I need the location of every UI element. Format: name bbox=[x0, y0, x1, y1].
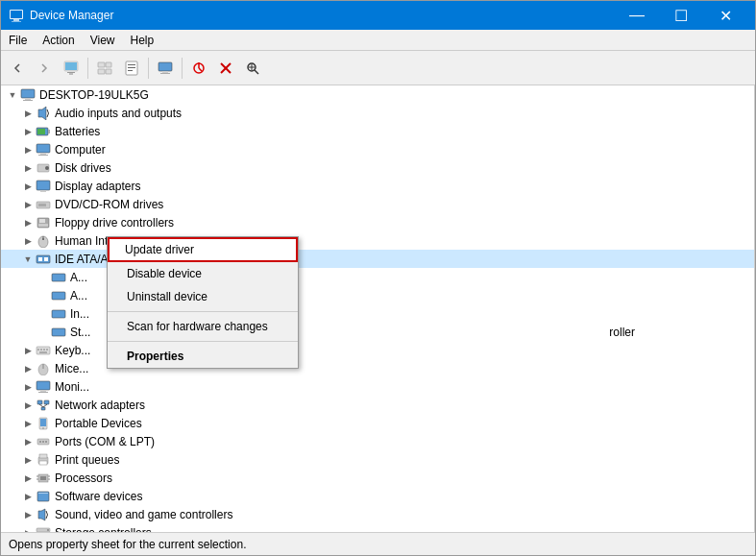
tree-item-sound[interactable]: ▶ Sound, video and game controllers bbox=[1, 505, 754, 523]
toolbar-scan-button[interactable] bbox=[240, 56, 265, 81]
disk-expand[interactable]: ▶ bbox=[20, 160, 36, 176]
tree-item-processors[interactable]: ▶ Processors bbox=[1, 469, 754, 487]
tree-item-ports[interactable]: ▶ Ports (COM & LPT) bbox=[1, 432, 754, 450]
svg-rect-56 bbox=[52, 328, 65, 336]
root-expand[interactable]: ▼ bbox=[5, 87, 20, 103]
keyboards-expand[interactable]: ▶ bbox=[20, 343, 36, 358]
menu-help[interactable]: Help bbox=[123, 30, 162, 50]
menu-action[interactable]: Action bbox=[35, 30, 82, 50]
menu-bar: File Action View Help bbox=[1, 30, 755, 51]
toolbar-properties-button[interactable] bbox=[119, 56, 144, 81]
tree-item-disk[interactable]: ▶ Disk drives bbox=[1, 158, 754, 177]
svg-rect-58 bbox=[37, 349, 39, 351]
hid-icon bbox=[36, 233, 51, 249]
toolbar-uninstall-button[interactable] bbox=[213, 56, 238, 81]
audio-expand[interactable]: ▶ bbox=[20, 106, 36, 121]
dvd-expand[interactable]: ▶ bbox=[20, 197, 36, 212]
tree-item-audio[interactable]: ▶ Audio inputs and outputs bbox=[1, 104, 754, 122]
svg-rect-34 bbox=[37, 129, 45, 134]
svg-line-21 bbox=[199, 68, 202, 71]
toolbar-up-button[interactable] bbox=[59, 56, 84, 81]
svg-rect-9 bbox=[106, 62, 111, 67]
svg-rect-10 bbox=[98, 69, 105, 74]
hid-expand[interactable]: ▶ bbox=[20, 233, 36, 249]
storage-expand[interactable]: ▶ bbox=[20, 525, 36, 533]
ports-icon bbox=[36, 434, 51, 449]
toolbar-computer-button[interactable] bbox=[153, 56, 178, 81]
menu-view[interactable]: View bbox=[83, 30, 123, 50]
window-controls: — ☐ ✕ bbox=[615, 1, 747, 30]
svg-line-25 bbox=[255, 70, 258, 74]
controller-suffix: roller bbox=[609, 326, 639, 339]
tree-item-network[interactable]: ▶ Network adapters bbox=[1, 396, 754, 414]
context-menu-uninstall-device[interactable]: Uninstall device bbox=[108, 285, 298, 308]
tree-item-dvd[interactable]: ▶ DVD/CD-ROM drives bbox=[1, 195, 754, 213]
toolbar-show-button[interactable] bbox=[92, 56, 117, 81]
svg-rect-3 bbox=[12, 21, 21, 22]
svg-rect-16 bbox=[159, 62, 172, 71]
tree-item-portable[interactable]: ▶ Portable Devices bbox=[1, 414, 754, 432]
ide-child4-label: St... bbox=[70, 326, 90, 339]
svg-rect-28 bbox=[21, 89, 35, 98]
svg-point-94 bbox=[47, 529, 49, 531]
software-expand[interactable]: ▶ bbox=[20, 489, 36, 504]
svg-rect-46 bbox=[38, 224, 48, 227]
tree-root[interactable]: ▼ DESKTOP-19ULK5G bbox=[1, 85, 754, 104]
sound-expand[interactable]: ▶ bbox=[20, 507, 36, 522]
toolbar-separator-1 bbox=[87, 58, 88, 79]
keyboard-icon bbox=[36, 343, 51, 358]
context-menu-disable-device[interactable]: Disable device bbox=[108, 262, 298, 285]
maximize-button[interactable]: ☐ bbox=[659, 1, 703, 30]
computer-expand[interactable]: ▶ bbox=[20, 142, 36, 157]
svg-rect-69 bbox=[44, 400, 49, 404]
computer-icon bbox=[158, 60, 173, 76]
keyboards-label: Keyb... bbox=[55, 344, 90, 357]
display-label: Display adapters bbox=[55, 180, 140, 193]
ide-device4-icon bbox=[51, 325, 66, 340]
toolbar-forward-button[interactable] bbox=[32, 56, 57, 81]
svg-rect-61 bbox=[46, 349, 48, 351]
disk-icon bbox=[36, 160, 51, 176]
network-expand[interactable]: ▶ bbox=[20, 398, 36, 413]
tree-item-monitors[interactable]: ▶ Moni... bbox=[1, 377, 754, 396]
print-expand[interactable]: ▶ bbox=[20, 452, 36, 468]
toolbar-update-button[interactable] bbox=[186, 56, 211, 81]
batteries-expand[interactable]: ▶ bbox=[20, 124, 36, 139]
minimize-button[interactable]: — bbox=[615, 1, 659, 30]
tree-item-software[interactable]: ▶ Software devices bbox=[1, 487, 754, 505]
tree-item-batteries[interactable]: ▶ Batteries bbox=[1, 122, 754, 140]
ports-expand[interactable]: ▶ bbox=[20, 434, 36, 449]
tree-item-print[interactable]: ▶ Print queues bbox=[1, 450, 754, 469]
tree-item-computer[interactable]: ▶ Computer bbox=[1, 140, 754, 158]
svg-rect-59 bbox=[40, 349, 42, 351]
processors-expand[interactable]: ▶ bbox=[20, 471, 36, 486]
back-icon bbox=[10, 60, 25, 76]
svg-rect-65 bbox=[37, 381, 50, 390]
ide-child3-label: In... bbox=[70, 307, 89, 321]
menu-file[interactable]: File bbox=[1, 30, 35, 50]
mice-icon bbox=[36, 361, 51, 376]
floppy-expand[interactable]: ▶ bbox=[20, 215, 36, 230]
display-expand[interactable]: ▶ bbox=[20, 179, 36, 194]
mice-label: Mice... bbox=[55, 362, 88, 375]
toolbar-back-button[interactable] bbox=[5, 56, 30, 81]
mice-expand[interactable]: ▶ bbox=[20, 361, 36, 376]
tree-item-display[interactable]: ▶ Display adapters bbox=[1, 177, 754, 195]
svg-rect-70 bbox=[41, 407, 45, 410]
ide-expand[interactable]: ▼ bbox=[20, 252, 36, 267]
context-menu-scan-hardware[interactable]: Scan for hardware changes bbox=[108, 315, 298, 338]
svg-rect-68 bbox=[37, 400, 42, 404]
floppy-label: Floppy drive controllers bbox=[55, 216, 174, 230]
context-menu-properties[interactable]: Properties bbox=[108, 345, 298, 368]
svg-rect-74 bbox=[40, 419, 46, 426]
svg-rect-40 bbox=[37, 181, 50, 190]
processors-label: Processors bbox=[55, 471, 112, 485]
tree-item-floppy[interactable]: ▶ Floppy drive controllers bbox=[1, 213, 754, 231]
portable-expand[interactable]: ▶ bbox=[20, 416, 36, 431]
monitors-expand[interactable]: ▶ bbox=[20, 379, 36, 395]
context-menu-update-driver[interactable]: Update driver bbox=[108, 237, 298, 262]
close-button[interactable]: ✕ bbox=[703, 1, 747, 30]
svg-rect-84 bbox=[40, 476, 46, 480]
tree-item-storage[interactable]: ▶ Storage controllers bbox=[1, 523, 754, 532]
forward-icon bbox=[37, 60, 52, 76]
